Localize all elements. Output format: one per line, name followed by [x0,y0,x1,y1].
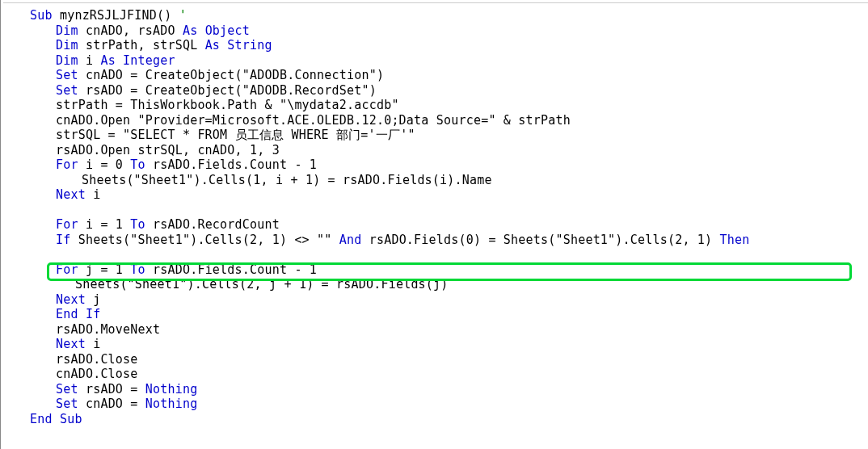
code-line[interactable]: If Sheets("Sheet1").Cells(2, 1) <> "" An… [30,233,868,248]
code-line[interactable]: Set cnADO = CreateObject("ADODB.Connecti… [30,68,868,83]
code-line[interactable]: Sheets("Sheet1").Cells(1, i + 1) = rsADO… [30,173,868,188]
code-line[interactable]: cnADO.Open "Provider=Microsoft.ACE.OLEDB… [30,113,868,128]
code-token: As Integer [100,53,175,68]
code-token: i = 1 [78,217,131,232]
code-token: cnADO.Open "Provider=Microsoft.ACE.OLEDB… [56,113,571,128]
code-line[interactable]: Dim strPath, strSQL As String [30,38,868,53]
code-token: Next [56,292,86,307]
code-line[interactable]: End If [30,307,868,322]
code-token: rsADO.RecordCount [145,217,280,232]
code-token: strPath, strSQL [78,38,205,52]
code-token: cnADO = CreateObject("ADODB.Connection") [78,68,384,82]
code-content[interactable]: Sub mynzRSJLJFIND() 'Dim cnADO, rsADO As… [1,8,868,426]
code-token: To [130,262,145,277]
code-token: j = 1 [78,262,131,277]
code-token: If [56,233,70,247]
code-line[interactable]: strSQL = "SELECT * FROM 员工信息 WHERE 部门='一… [30,128,868,143]
code-token: i [86,187,100,202]
code-token: rsADO.Fields(0) = Sheets("Sheet1").Cells… [361,233,719,247]
code-token: Sheets("Sheet1").Cells(2, j + 1) = rsADO… [75,277,449,292]
code-token: Sheets("Sheet1").Cells(2, 1) <> "" [70,233,339,247]
code-token: End If [56,307,100,321]
code-token: rsADO.Close [56,352,138,367]
code-line[interactable]: Dim cnADO, rsADO As Object [30,23,868,39]
code-token: Dim [56,23,78,38]
code-token: For [56,217,78,232]
code-line[interactable]: End Sub [30,412,868,427]
code-token: As String [205,38,272,52]
code-token: rsADO = [78,382,145,397]
code-line[interactable]: Dim i As Integer [30,53,868,69]
code-line[interactable]: Sheets("Sheet1").Cells(2, j + 1) = rsADO… [30,277,868,292]
code-line[interactable]: Next i [30,187,868,203]
code-token: i [78,53,101,68]
code-token: Nothing [145,397,198,411]
code-line[interactable]: Set cnADO = Nothing [30,397,868,412]
code-line[interactable]: Sub mynzRSJLJFIND() ' [30,8,868,23]
code-token: And [339,233,362,247]
code-token: i [86,337,100,351]
code-line[interactable]: cnADO.Close [30,367,868,382]
code-token: Set [56,397,78,411]
code-token: For [56,262,78,277]
code-token: rsADO.Fields.Count - 1 [145,157,317,172]
code-token: i = 0 [78,157,131,172]
divider [3,2,868,3]
code-token: ' [179,8,187,23]
code-line[interactable]: rsADO.Open strSQL, cnADO, 1, 3 [30,143,868,158]
code-line[interactable]: Next j [30,292,868,308]
code-line[interactable]: For j = 1 To rsADO.Fields.Count - 1 [30,262,868,278]
code-editor[interactable]: Sub mynzRSJLJFIND() 'Dim cnADO, rsADO As… [0,0,868,449]
code-line[interactable]: Set rsADO = Nothing [30,382,868,397]
code-line[interactable]: Next i [30,337,868,352]
code-token: rsADO.MoveNext [56,322,160,337]
code-token: End Sub [30,412,82,426]
code-token: Then [720,233,750,247]
code-token: Next [56,337,86,351]
code-token: Set [56,382,78,397]
code-token: j [86,292,100,307]
code-token: To [130,217,145,232]
code-token: cnADO, rsADO [78,23,183,38]
code-token: Next [56,187,86,202]
code-line[interactable]: For i = 1 To rsADO.RecordCount [30,217,868,233]
code-line[interactable] [30,203,868,218]
code-token: As Object [183,23,250,38]
code-token: For [56,157,78,172]
code-token: Dim [56,53,78,68]
code-token: cnADO.Close [56,367,138,381]
code-token: mynzRSJLJFIND() [53,8,179,23]
code-line[interactable]: For i = 0 To rsADO.Fields.Count - 1 [30,157,868,173]
code-token: Set [56,83,78,98]
code-line[interactable] [30,247,868,262]
code-token: cnADO = [78,397,145,411]
code-token: rsADO.Open strSQL, cnADO, 1, 3 [56,143,280,157]
code-token: rsADO.Fields.Count - 1 [145,262,317,277]
code-token: Dim [56,38,78,52]
code-line[interactable]: rsADO.Close [30,352,868,367]
code-token: Sub [30,8,53,23]
code-token: Set [56,68,78,82]
code-token: strPath = ThisWorkbook.Path & "\mydata2.… [56,98,399,112]
code-line[interactable]: rsADO.MoveNext [30,322,868,338]
code-line[interactable]: Set rsADO = CreateObject("ADODB.RecordSe… [30,83,868,99]
code-token: Nothing [145,382,198,397]
code-line[interactable]: strPath = ThisWorkbook.Path & "\mydata2.… [30,98,868,113]
code-token: strSQL = "SELECT * FROM 员工信息 WHERE 部门='一… [56,128,415,142]
code-token: rsADO = CreateObject("ADODB.RecordSet") [78,83,377,98]
code-token: To [130,157,145,172]
code-token: Sheets("Sheet1").Cells(1, i + 1) = rsADO… [82,173,492,187]
